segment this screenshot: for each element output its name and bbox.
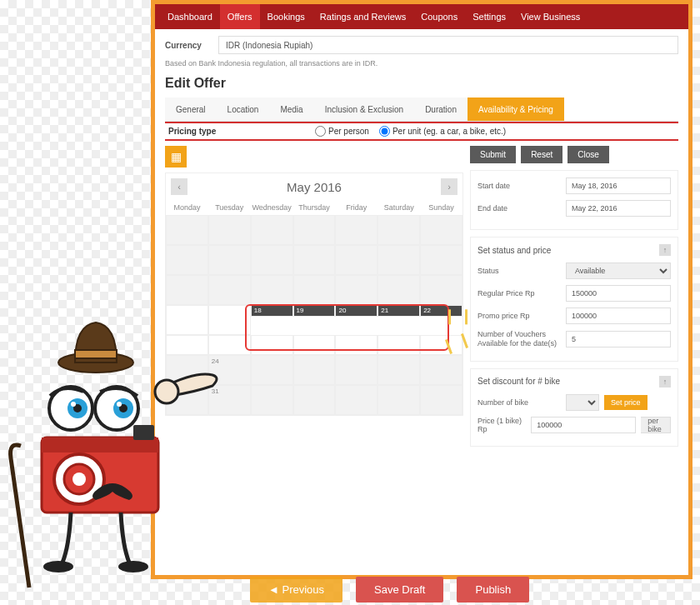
status-select[interactable]: Available [566, 262, 671, 279]
set-price-button[interactable]: Set price [604, 395, 648, 410]
chevron-left-icon: ◄ [268, 583, 282, 596]
calendar-grid[interactable]: 18 19 20 21 22 24 31 [166, 215, 462, 415]
calendar-cell[interactable] [251, 245, 293, 275]
pricing-per-unit[interactable]: Per unit (eg. a car, a bike, etc.) [379, 126, 506, 137]
collapse-button[interactable]: ↑ [659, 244, 671, 256]
pricing-per-person[interactable]: Per person [315, 126, 369, 137]
nav-dashboard[interactable]: Dashboard [160, 4, 220, 29]
tab-availability[interactable]: Availability & Pricing [468, 98, 564, 121]
calendar-cell[interactable] [208, 215, 251, 245]
calendar-cell[interactable]: 31 [208, 385, 251, 415]
calendar-cell[interactable] [335, 335, 378, 355]
svg-point-8 [119, 404, 128, 412]
calendar-cell[interactable] [251, 275, 293, 305]
calendar-prev-button[interactable]: ‹ [171, 178, 188, 195]
nav-ratings[interactable]: Ratings and Reviews [312, 4, 413, 29]
calendar-cell[interactable] [335, 215, 378, 245]
start-date-input[interactable] [566, 178, 671, 194]
publish-button[interactable]: Publish [457, 577, 529, 602]
cell-num: 24 [212, 358, 219, 365]
calendar-toggle-button[interactable]: ▦ [165, 146, 187, 168]
tab-media[interactable]: Media [269, 98, 313, 121]
tab-location[interactable]: Location [217, 98, 270, 121]
currency-input[interactable] [218, 36, 678, 54]
calendar-cell[interactable] [293, 335, 336, 355]
tab-general[interactable]: General [165, 98, 217, 121]
nav-view-business[interactable]: View Business [513, 4, 588, 29]
calendar-selected-week: 18 19 20 21 22 [166, 305, 462, 335]
vouchers-input[interactable] [566, 331, 671, 348]
calendar-cell[interactable] [420, 245, 462, 275]
number-bike-select[interactable] [566, 394, 599, 411]
calendar-cell[interactable] [166, 355, 208, 385]
calendar-cell[interactable] [251, 385, 293, 415]
end-date-input[interactable] [566, 200, 671, 217]
calendar-cell[interactable] [251, 335, 293, 355]
calendar-cell[interactable] [208, 245, 251, 275]
calendar-cell[interactable] [335, 275, 378, 305]
calendar-cell[interactable] [378, 335, 420, 355]
tab-duration[interactable]: Duration [414, 98, 468, 121]
dow-sat: Saturday [378, 200, 420, 215]
calendar-cell[interactable] [166, 335, 208, 355]
dow-mon: Monday [166, 200, 208, 215]
calendar-cell[interactable] [293, 245, 336, 275]
reset-button[interactable]: Reset [521, 146, 562, 163]
calendar-cell[interactable] [293, 355, 336, 385]
content-area: Currency Based on Bank Indonesia regulat… [155, 29, 688, 447]
calendar-cell[interactable] [293, 215, 336, 245]
radio-per-unit[interactable] [379, 126, 390, 137]
regular-price-input[interactable] [566, 285, 671, 302]
calendar-cell[interactable] [166, 215, 208, 245]
calendar-cell[interactable] [420, 385, 462, 415]
nav-bookings[interactable]: Bookings [260, 4, 312, 29]
tab-inclusion[interactable]: Inclusion & Exclusion [314, 98, 415, 121]
nav-settings[interactable]: Settings [465, 4, 513, 29]
calendar-cell[interactable] [378, 385, 420, 415]
save-draft-button[interactable]: Save Draft [356, 577, 443, 602]
calendar-cell[interactable]: 21 [378, 305, 420, 317]
calendar-cell[interactable] [166, 275, 208, 305]
calendar-cell[interactable]: 19 [293, 305, 336, 317]
calendar-cell[interactable] [420, 275, 462, 305]
currency-note: Based on Bank Indonesia regulation, all … [165, 59, 678, 68]
calendar-cell[interactable] [378, 355, 420, 385]
calendar-cell[interactable] [420, 215, 462, 245]
price-bike-input[interactable] [531, 417, 636, 433]
radio-per-person[interactable] [315, 126, 326, 137]
calendar-cell[interactable] [293, 275, 336, 305]
per-unit-label: Per unit (eg. a car, a bike, etc.) [392, 127, 506, 136]
calendar-cell[interactable] [378, 275, 420, 305]
calendar-cell[interactable] [293, 385, 336, 415]
calendar-cell[interactable] [166, 385, 208, 415]
calendar-cell[interactable] [335, 355, 378, 385]
calendar-cell[interactable]: 18 [251, 305, 293, 317]
arrow-up-icon: ↑ [663, 246, 668, 254]
calendar-cell[interactable] [251, 355, 293, 385]
calendar-cell[interactable] [378, 215, 420, 245]
calendar-cell[interactable] [208, 335, 251, 355]
calendar-cell[interactable] [166, 305, 208, 335]
per-person-label: Per person [328, 127, 369, 136]
calendar-cell[interactable] [335, 245, 378, 275]
calendar-cell[interactable] [208, 305, 251, 335]
calendar-cell[interactable] [166, 245, 208, 275]
calendar-cell[interactable] [335, 385, 378, 415]
calendar-cell[interactable]: 24 [208, 355, 251, 385]
previous-button[interactable]: ◄ Previous [250, 577, 342, 602]
nav-offers[interactable]: Offers [220, 4, 260, 29]
calendar-cell[interactable] [208, 275, 251, 305]
calendar-cell[interactable]: 20 [335, 305, 378, 317]
calendar-cell[interactable] [378, 245, 420, 275]
calendar-next-button[interactable]: › [441, 178, 458, 195]
collapse-button[interactable]: ↑ [659, 376, 671, 388]
svg-point-14 [54, 454, 104, 504]
discount-panel-title: Set discount for # bike [478, 377, 560, 386]
nav-coupons[interactable]: Coupons [413, 4, 465, 29]
promo-price-input[interactable] [566, 308, 671, 324]
calendar-cell[interactable] [420, 355, 462, 385]
calendar-cell[interactable] [251, 215, 293, 245]
submit-button[interactable]: Submit [470, 146, 516, 163]
close-button[interactable]: Close [568, 146, 609, 163]
svg-point-16 [72, 472, 86, 486]
